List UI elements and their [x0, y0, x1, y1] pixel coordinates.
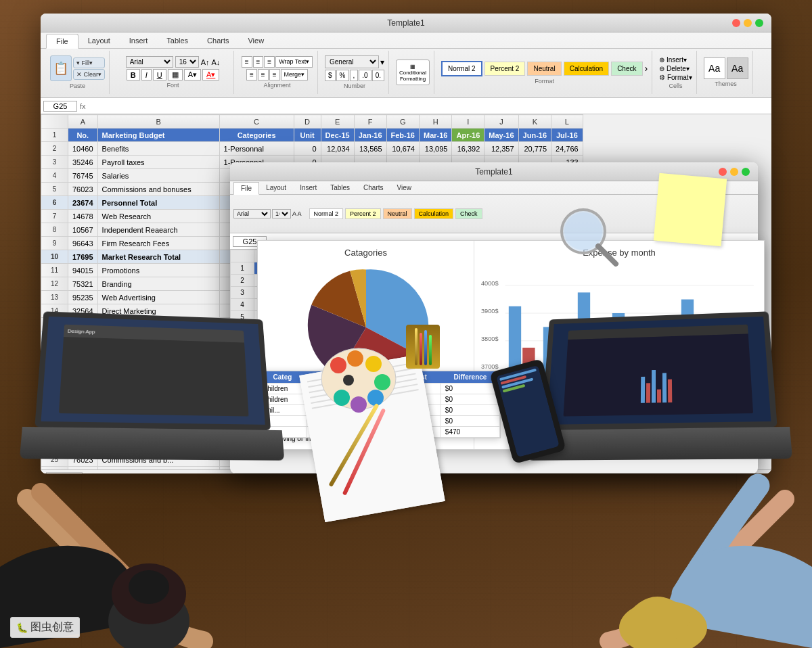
cell-h2[interactable]: 13,095: [420, 142, 452, 156]
percent2-style[interactable]: Percent 2: [484, 62, 526, 76]
cell-b2[interactable]: Benefits: [97, 142, 219, 156]
header-may[interactable]: May-16: [484, 129, 518, 142]
mini-check[interactable]: Check: [455, 208, 482, 219]
mini-bold[interactable]: A A: [292, 210, 302, 217]
mini-normal2[interactable]: Normal 2: [309, 208, 344, 219]
paste-button[interactable]: 📋: [50, 55, 72, 81]
normal2-style[interactable]: Normal 2: [441, 61, 482, 76]
cell-a11[interactable]: 94015: [68, 264, 98, 277]
formula-input[interactable]: [89, 101, 769, 111]
header-mar[interactable]: Mar-16: [420, 129, 452, 142]
cell-a12[interactable]: 75321: [68, 277, 98, 291]
cell-b13[interactable]: Web Advertising: [97, 291, 219, 304]
cell-k2[interactable]: 20,775: [518, 142, 551, 156]
merge-cells[interactable]: Merge▾: [281, 69, 309, 80]
underline-button[interactable]: U: [153, 69, 166, 80]
minimize-button[interactable]: [744, 19, 752, 27]
italic-button[interactable]: I: [141, 69, 152, 80]
cell-j2[interactable]: 12,357: [484, 142, 518, 156]
tab-view[interactable]: View: [238, 34, 273, 48]
fill-button[interactable]: ▾ Fill▾: [73, 57, 105, 68]
align-right[interactable]: ≡: [264, 56, 275, 68]
neutral-style[interactable]: Neutral: [527, 62, 561, 76]
maximize-button[interactable]: [755, 19, 763, 27]
font-select[interactable]: Arial: [126, 56, 173, 68]
align-left2[interactable]: ≡: [246, 69, 257, 80]
decimal-down[interactable]: 0.: [372, 70, 384, 81]
format-cells-button[interactable]: ⚙ Format▾: [659, 74, 692, 81]
decimal-up[interactable]: .0: [359, 70, 371, 81]
header-jul[interactable]: Jul-16: [551, 129, 583, 142]
cell-a6[interactable]: 23674: [68, 196, 98, 210]
cell-c2[interactable]: 1-Personnal: [219, 142, 294, 156]
align-right2[interactable]: ≡: [269, 69, 280, 80]
tab-mini-tables[interactable]: Tables: [323, 182, 357, 194]
theme2-button[interactable]: Aa: [727, 57, 748, 79]
theme1-button[interactable]: Aa: [704, 57, 725, 79]
format-more[interactable]: ›: [645, 63, 648, 74]
cell-reference-input[interactable]: [43, 101, 77, 112]
bold-button[interactable]: B: [127, 69, 140, 80]
number-dropdown[interactable]: ▾: [380, 57, 384, 67]
cell-a13[interactable]: 95235: [68, 291, 98, 304]
tab-mini-layout[interactable]: Layout: [259, 182, 293, 194]
cell-b4[interactable]: Salaries: [97, 169, 219, 183]
cell-a7[interactable]: 14678: [68, 210, 98, 223]
conditional-format-button[interactable]: ▦ConditionalFormatting: [396, 60, 430, 85]
cell-b8[interactable]: Independent Reaearch: [97, 223, 219, 237]
currency-button[interactable]: $: [325, 70, 336, 81]
tab-insert[interactable]: Insert: [120, 34, 158, 48]
header-budget[interactable]: Marketing Budget: [97, 129, 219, 142]
cell-b12[interactable]: Branding: [97, 277, 219, 291]
cell-b7[interactable]: Web Research: [97, 210, 219, 223]
percent-button[interactable]: %: [336, 70, 349, 81]
cell-b11[interactable]: Promotions: [97, 264, 219, 277]
mini-percent2[interactable]: Percent 2: [345, 208, 381, 219]
clear-button[interactable]: ✕ Clear▾: [73, 69, 105, 80]
align-left[interactable]: ≡: [242, 56, 252, 68]
cell-e2[interactable]: 12,034: [321, 142, 354, 156]
tab-mini-view[interactable]: View: [390, 182, 419, 194]
text-color-button[interactable]: A▾: [202, 69, 219, 80]
delete-button[interactable]: ⊖ Delete▾: [659, 65, 690, 72]
cell-a3[interactable]: 35246: [68, 156, 98, 169]
cell-d2[interactable]: 0: [294, 142, 321, 156]
header-jan[interactable]: Jan-16: [354, 129, 386, 142]
minimize-button-2[interactable]: [730, 168, 738, 176]
header-no[interactable]: No.: [68, 129, 98, 142]
calculation-style[interactable]: Calculation: [564, 62, 609, 76]
mini-size-select[interactable]: 16: [272, 209, 291, 218]
cell-b10[interactable]: Market Research Total: [97, 250, 219, 264]
cell-i2[interactable]: 16,392: [452, 142, 484, 156]
font-grow[interactable]: A↑: [201, 58, 210, 66]
mini-neutral[interactable]: Neutral: [383, 208, 412, 219]
cell-a4[interactable]: 76745: [68, 169, 98, 183]
close-button-2[interactable]: [719, 168, 727, 176]
border-button[interactable]: ▦: [168, 69, 183, 80]
header-cat[interactable]: Categories: [219, 129, 294, 142]
insert-button[interactable]: ⊕ Insert▾: [659, 56, 687, 64]
header-jun[interactable]: Jun-16: [518, 129, 551, 142]
header-unit[interactable]: Unit: [294, 129, 321, 142]
header-feb[interactable]: Feb-16: [386, 129, 419, 142]
tab-file[interactable]: File: [46, 34, 78, 49]
header-dec[interactable]: Dec-15: [321, 129, 354, 142]
align-center[interactable]: ≡: [253, 56, 264, 68]
tab-layout[interactable]: Layout: [78, 34, 120, 48]
close-button[interactable]: [732, 19, 740, 27]
cell-b6[interactable]: Personnel Total: [97, 196, 219, 210]
tab-mini-insert[interactable]: Insert: [293, 182, 323, 194]
cell-b9[interactable]: Firm Research Fees: [97, 237, 219, 250]
cell-a9[interactable]: 96643: [68, 237, 98, 250]
number-format-select[interactable]: General: [325, 55, 379, 68]
cell-b5[interactable]: Commissions and bonuses: [97, 183, 219, 196]
tab-mini-charts[interactable]: Charts: [357, 182, 390, 194]
font-size-select[interactable]: 16: [175, 56, 199, 68]
align-center2[interactable]: ≡: [258, 69, 269, 80]
cell-g2[interactable]: 10,674: [386, 142, 419, 156]
cell-b3[interactable]: Payroll taxes: [97, 156, 219, 169]
mini-calc[interactable]: Calculation: [414, 208, 454, 219]
wrap-text[interactable]: Wrap Text▾: [275, 56, 313, 68]
cell-a10[interactable]: 17695: [68, 250, 98, 264]
mini-font-select[interactable]: Arial: [233, 209, 271, 218]
